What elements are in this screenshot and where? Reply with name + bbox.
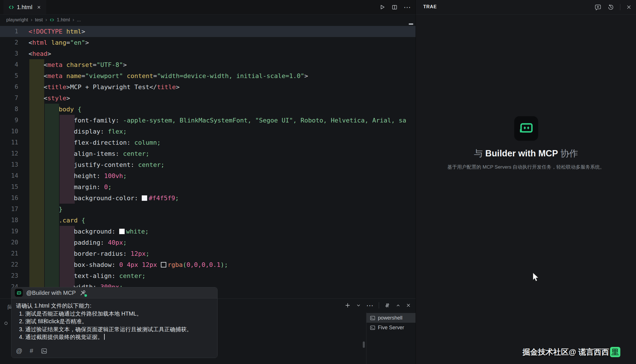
code-editor[interactable]: 1<!DOCTYPE html>2<html lang="en">3<head>… xyxy=(0,25,416,298)
maximize-panel-icon[interactable] xyxy=(396,303,401,308)
code-line[interactable]: 23 text-align: center; xyxy=(0,270,416,281)
attach-image-icon[interactable] xyxy=(41,348,47,354)
ai-chat-panel: TRAE xyxy=(416,0,636,364)
line-number: 17 xyxy=(0,204,18,215)
code-line[interactable]: 6 <title>MCP + Playwright Test</title> xyxy=(0,81,416,93)
code-line[interactable]: 4 <meta charset="UTF-8"> xyxy=(0,59,416,70)
agent-mention-chip[interactable]: @Builder with MCP xyxy=(11,287,217,298)
line-number: 16 xyxy=(0,193,18,204)
code-line[interactable]: 7 <style> xyxy=(0,93,416,104)
chat-message-text: 请确认 1.html 文件的以下能力: 1. 测试是否能正确通过文件路径加载本地… xyxy=(16,302,213,341)
line-number: 23 xyxy=(0,270,18,281)
line-text: box-shadow: 0 4px 12px rgba(0,0,0,0.1); xyxy=(29,259,228,270)
agent-mention-label: @Builder with MCP xyxy=(26,290,76,296)
split-editor-button[interactable] xyxy=(391,4,398,11)
line-number: 18 xyxy=(0,215,18,226)
chat-input-area[interactable]: 请确认 1.html 文件的以下能力: 1. 测试是否能正确通过文件路径加载本地… xyxy=(11,298,217,358)
tools-status-dot xyxy=(84,294,88,297)
code-line[interactable]: 5 <meta name="viewport" content="width=d… xyxy=(0,70,416,81)
tab-close-icon[interactable] xyxy=(37,5,41,9)
code-line[interactable]: 22 box-shadow: 0 4px 12px rgba(0,0,0,0.1… xyxy=(0,259,416,270)
code-line[interactable]: 13 justify-content: center; xyxy=(0,159,416,170)
line-text: background-color: #f4f5f9; xyxy=(29,193,179,204)
line-text: height: 100vh; xyxy=(29,170,127,181)
filter-sliders-icon[interactable] xyxy=(384,302,390,308)
editor-actions: ⋯ xyxy=(379,0,411,14)
text-cursor xyxy=(104,334,105,340)
line-text: <meta charset="UTF-8"> xyxy=(29,59,127,70)
editor-scrollbar-thumb[interactable] xyxy=(409,23,413,25)
chat-message-line: 2. 测试 fill和click是否精准。 xyxy=(16,318,213,326)
tab-1html[interactable]: 1.html xyxy=(3,0,46,14)
terminal-toolbar: ⋯ xyxy=(345,302,411,308)
tools-icon[interactable] xyxy=(79,289,87,296)
new-terminal-button[interactable] xyxy=(345,302,351,308)
editor-more-button[interactable]: ⋯ xyxy=(404,4,411,10)
terminal-icon xyxy=(370,325,375,330)
code-line[interactable]: 10 display: flex; xyxy=(0,126,416,137)
tab-bar: 1.html ⋯ xyxy=(0,0,416,15)
line-number: 20 xyxy=(0,237,18,248)
tab-label: 1.html xyxy=(17,4,32,11)
welcome-title-suffix: 协作 xyxy=(560,148,578,158)
welcome-title-main: Builder with MCP xyxy=(485,148,558,158)
breadcrumb-separator: › xyxy=(31,17,33,23)
code-line[interactable]: 11 flex-direction: column; xyxy=(0,137,416,148)
panel-title: TRAE xyxy=(423,4,437,9)
color-swatch xyxy=(119,229,125,234)
chat-header-actions xyxy=(594,0,632,14)
code-line[interactable]: 9 font-family: -apple-system, BlinkMacSy… xyxy=(0,115,416,126)
code-line[interactable]: 2<html lang="en"> xyxy=(0,37,416,48)
line-text: .card { xyxy=(29,215,85,226)
terminal-item-powershell[interactable]: powershell xyxy=(366,313,416,323)
line-text: flex-direction: column; xyxy=(29,137,161,148)
line-number: 21 xyxy=(0,248,18,259)
run-button[interactable] xyxy=(379,4,386,11)
breadcrumb-item-playwright[interactable]: playwright xyxy=(6,17,28,23)
code-line[interactable]: 21 border-radius: 12px; xyxy=(0,248,416,259)
chat-input-actions: @ # xyxy=(16,348,47,354)
code-line[interactable]: 12 align-items: center; xyxy=(0,148,416,159)
welcome-block: 与 Builder with MCP 协作 基于用户配置的 MCP Server… xyxy=(416,116,636,170)
line-text: body { xyxy=(29,104,81,115)
context-hash-icon[interactable]: # xyxy=(30,348,33,354)
code-line[interactable]: 16 background-color: #f4f5f9; xyxy=(0,193,416,204)
code-line[interactable]: 20 padding: 40px; xyxy=(0,237,416,248)
line-number: 13 xyxy=(0,159,18,170)
close-panel-icon[interactable] xyxy=(406,303,411,308)
code-line[interactable]: 17 } xyxy=(0,204,416,215)
new-chat-icon[interactable] xyxy=(594,4,601,11)
chat-message-line: 4. 通过截图提供最终的视觉证据。 xyxy=(16,333,213,341)
line-number: 4 xyxy=(0,59,18,70)
close-panel-icon[interactable] xyxy=(626,4,632,10)
watermark-text: 掘金技术社区@ 谎言西西 xyxy=(522,347,609,357)
breadcrumb-separator: › xyxy=(45,17,47,23)
breadcrumb-item-...[interactable]: ... xyxy=(77,17,81,23)
watermark-badge: 里 xyxy=(610,347,620,357)
line-text: font-family: -apple-system, BlinkMacSyst… xyxy=(29,115,406,126)
breadcrumb[interactable]: playwright›test›1.html›... xyxy=(0,15,422,25)
code-line[interactable]: 1<!DOCTYPE html> xyxy=(0,26,416,37)
terminal-item-Five Server[interactable]: Five Server xyxy=(366,323,416,332)
code-line[interactable]: 15 margin: 0; xyxy=(0,181,416,193)
code-line[interactable]: 3<head> xyxy=(0,48,416,59)
terminal-dropdown-icon[interactable] xyxy=(356,303,361,308)
code-line[interactable]: 19 background: white; xyxy=(0,226,416,237)
breadcrumb-item-test[interactable]: test xyxy=(35,17,43,23)
breadcrumb-item-1.html[interactable]: 1.html xyxy=(57,17,70,23)
code-line[interactable]: 18 .card { xyxy=(0,215,416,226)
builder-mcp-small-icon xyxy=(15,289,23,297)
code-lines: 1<!DOCTYPE html>2<html lang="en">3<head>… xyxy=(0,26,416,293)
mention-at-icon[interactable]: @ xyxy=(16,348,22,354)
code-line[interactable]: 14 height: 100vh; xyxy=(0,170,416,181)
line-text: border-radius: 12px; xyxy=(29,248,149,259)
line-number: 3 xyxy=(0,48,18,59)
line-text: text-align: center; xyxy=(29,270,146,281)
history-icon[interactable] xyxy=(607,4,614,11)
code-line[interactable]: 8 body { xyxy=(0,104,416,115)
terminal-more-button[interactable]: ⋯ xyxy=(366,302,374,308)
terminal-item-label: powershell xyxy=(378,315,402,321)
line-text: <title>MCP + Playwright Test</title> xyxy=(29,81,180,93)
line-number: 19 xyxy=(0,226,18,237)
terminal-scrollbar-thumb[interactable] xyxy=(363,341,365,348)
